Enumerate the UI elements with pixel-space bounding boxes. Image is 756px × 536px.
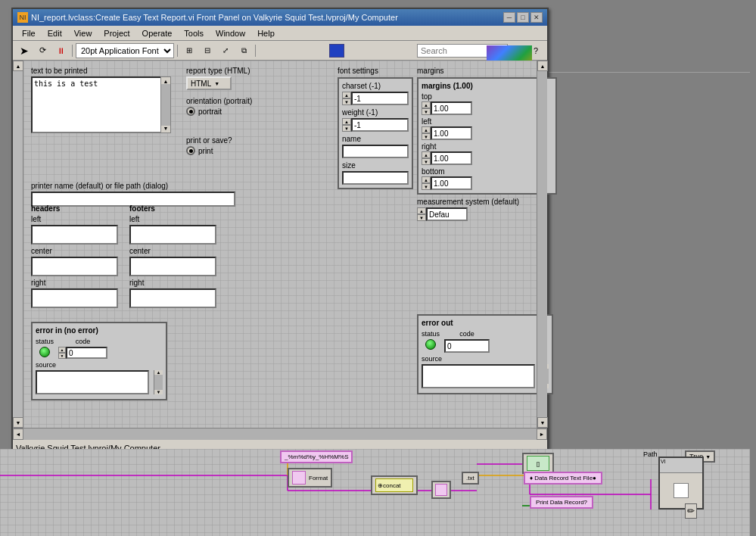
diag-pen-icon[interactable]: ✏ [685, 503, 697, 519]
source-scroll[interactable]: ▲ ▼ [154, 370, 163, 394]
toolbar-distribute[interactable]: ⊟ [199, 43, 216, 58]
text-scroll-up[interactable]: ▲ [161, 77, 170, 84]
error-in-source-input[interactable] [36, 370, 149, 394]
footer-right-input[interactable] [129, 288, 216, 308]
outer-right-scrollbar[interactable] [750, 0, 756, 536]
error-in-section: error in (no error) status code ▲ [31, 322, 167, 400]
right-value[interactable]: 1.00 [431, 151, 472, 165]
footer-left-input[interactable] [129, 225, 216, 245]
size-input[interactable] [342, 171, 409, 185]
weight-arrows[interactable]: ▲ ▼ [342, 118, 351, 132]
minimize-button[interactable]: ─ [503, 12, 515, 23]
toolbar-run-arrow[interactable]: ➤ [16, 43, 33, 58]
menu-operate[interactable]: Operate [136, 27, 179, 39]
code-down[interactable]: ▼ [58, 353, 66, 359]
weight-value[interactable]: -1 [351, 118, 409, 132]
outer-top-scrollbar[interactable] [536, 67, 750, 73]
scroll-up-btn[interactable]: ▲ [13, 61, 23, 71]
pen-icon[interactable] [329, 44, 344, 58]
measurement-arrows[interactable]: ▲ ▼ [417, 207, 426, 221]
menu-project[interactable]: Project [98, 27, 135, 39]
bottom-arrows[interactable]: ▲ ▼ [422, 176, 431, 190]
weight-up[interactable]: ▲ [342, 118, 351, 125]
error-out-status-col: status [422, 330, 440, 353]
top-down[interactable]: ▼ [422, 108, 431, 115]
print-save-radio-btn[interactable] [186, 146, 195, 155]
toolbar-reorder[interactable]: ⧉ [235, 43, 252, 58]
measurement-up[interactable]: ▲ [417, 207, 426, 214]
top-value[interactable]: 1.00 [431, 101, 472, 115]
text-vscroll[interactable]: ▲ ▼ [160, 76, 171, 133]
menu-view[interactable]: View [68, 27, 98, 39]
weight-ctrl: ▲ ▼ -1 [342, 118, 409, 132]
true-dropdown-arrow[interactable]: ▼ [705, 454, 711, 460]
menu-window[interactable]: Window [210, 27, 251, 39]
footer-center-input[interactable] [129, 257, 216, 276]
text-printed-input[interactable]: this is a test [31, 76, 162, 133]
left-down[interactable]: ▼ [422, 133, 431, 140]
error-out-source-input[interactable] [422, 364, 535, 388]
right-down[interactable]: ▼ [422, 158, 431, 165]
orientation-radio-btn[interactable] [186, 107, 195, 116]
name-label: name [342, 135, 409, 143]
weight-down[interactable]: ▼ [342, 125, 351, 132]
menu-tools[interactable]: Tools [178, 27, 210, 39]
canvas-vscroll[interactable]: ▲ ▼ [537, 61, 547, 428]
bottom-value[interactable]: 1.00 [431, 176, 472, 190]
charset-down[interactable]: ▼ [342, 98, 351, 105]
toolbar-refresh[interactable]: ⟳ [34, 43, 51, 58]
code-up[interactable]: ▲ [58, 347, 66, 353]
hscroll-right[interactable]: ► [537, 428, 547, 440]
report-type-section: report type (HTML) HTML [186, 67, 250, 90]
right-arrows[interactable]: ▲ ▼ [422, 151, 431, 165]
maximize-button[interactable]: □ [517, 12, 529, 23]
bottom-up[interactable]: ▲ [422, 176, 431, 183]
vi-node-top: VI [660, 458, 702, 473]
name-input[interactable] [342, 145, 409, 158]
hscroll-track[interactable] [23, 428, 537, 440]
close-button[interactable]: ✕ [530, 12, 543, 23]
header-left-input[interactable] [31, 225, 118, 245]
hscroll-left[interactable]: ◄ [13, 428, 23, 440]
toolbar-align[interactable]: ⊞ [181, 43, 198, 58]
font-selector[interactable]: 20pt Application Font [76, 43, 174, 58]
charset-up[interactable]: ▲ [342, 92, 351, 98]
measurement-value[interactable]: Defau [426, 207, 468, 221]
canvas-scroll-up[interactable]: ▲ [537, 61, 548, 71]
left-arrows[interactable]: ▲ ▼ [422, 126, 431, 140]
right-up[interactable]: ▲ [422, 151, 431, 158]
error-in-code-value[interactable]: 0 [66, 347, 107, 359]
text-scroll-down[interactable]: ▼ [161, 126, 170, 132]
window-controls: ─ □ ✕ [503, 12, 543, 23]
menu-bar: File Edit View Project Operate Tools Win… [13, 26, 547, 41]
scroll-down-btn[interactable]: ▼ [13, 417, 23, 428]
charset-value[interactable]: -1 [351, 92, 409, 105]
top-up[interactable]: ▲ [422, 101, 431, 108]
left-value[interactable]: 1.00 [431, 126, 472, 140]
diag-path-label: Path [643, 450, 658, 458]
toolbar-abort[interactable]: ⏸ [52, 43, 69, 58]
header-right-input[interactable] [31, 288, 118, 308]
menu-help[interactable]: Help [251, 27, 281, 39]
report-type-dropdown[interactable]: HTML [186, 76, 232, 90]
print-save-section: print or save? print [186, 136, 232, 155]
measurement-down[interactable]: ▼ [417, 214, 426, 221]
bottom-down[interactable]: ▼ [422, 183, 431, 190]
bottom-hscroll[interactable]: ◄ ► [13, 428, 547, 439]
left-scrollbar[interactable]: ▲ ▼ [13, 61, 23, 428]
error-out-section: error out status code 0 [417, 314, 553, 394]
text-printed-label: text to be printed [31, 67, 171, 75]
charset-arrows[interactable]: ▲ ▼ [342, 92, 351, 105]
scroll-track-v[interactable] [13, 71, 23, 417]
source-scroll-down[interactable]: ▼ [154, 390, 163, 394]
toolbar-resize[interactable]: ⤢ [217, 43, 234, 58]
concat-label: ⊕concat [375, 478, 413, 492]
error-in-code-arrows[interactable]: ▲ ▼ [58, 347, 66, 359]
header-center-input[interactable] [31, 257, 118, 276]
menu-edit[interactable]: Edit [42, 27, 68, 39]
menu-file[interactable]: File [16, 27, 42, 39]
canvas-scroll-down[interactable]: ▼ [537, 417, 548, 428]
top-arrows[interactable]: ▲ ▼ [422, 101, 431, 115]
header-right-label: right [31, 279, 122, 287]
left-up[interactable]: ▲ [422, 126, 431, 133]
